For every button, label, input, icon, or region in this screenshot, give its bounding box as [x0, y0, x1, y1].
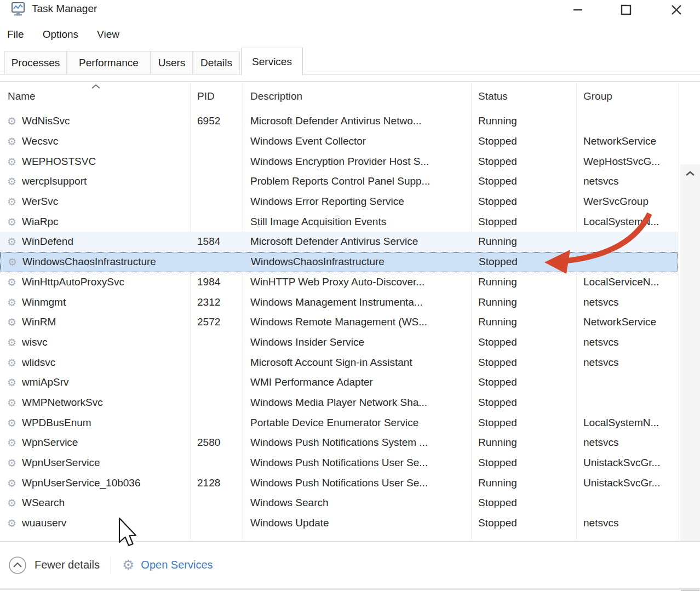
- service-name: wercplsupport: [22, 175, 186, 187]
- table-row[interactable]: ⚙WdNisSvc6952Microsoft Defender Antiviru…: [0, 111, 678, 131]
- fewer-details-button[interactable]: Fewer details: [8, 556, 100, 575]
- footer-divider: [111, 556, 111, 574]
- service-group: netsvcs: [583, 175, 678, 187]
- service-status: Stopped: [478, 216, 572, 228]
- service-gear-icon: ⚙: [7, 357, 16, 369]
- service-pid: 2572: [197, 316, 240, 328]
- service-gear-icon: ⚙: [7, 196, 16, 208]
- table-row[interactable]: ⚙WSearchWindows SearchStopped: [0, 493, 678, 513]
- service-description: Windows Remote Management (WS...: [250, 316, 467, 328]
- service-description: Windows Update: [250, 517, 467, 529]
- column-header-status[interactable]: Status: [478, 90, 508, 102]
- table-row[interactable]: ⚙WiaRpcStill Image Acquisition EventsSto…: [0, 211, 678, 232]
- table-row[interactable]: ⚙WEPHOSTSVCWindows Encryption Provider H…: [0, 151, 678, 171]
- menu-item-file[interactable]: File: [7, 26, 24, 43]
- menu-item-options[interactable]: Options: [43, 26, 78, 43]
- table-row[interactable]: ⚙WpnUserService_10b0362128Windows Push N…: [0, 473, 678, 493]
- table-row[interactable]: ⚙WecsvcWindows Event CollectorStoppedNet…: [0, 131, 678, 152]
- fewer-details-label: Fewer details: [35, 559, 100, 571]
- service-description: Windows Media Player Network Sha...: [250, 397, 467, 409]
- table-row[interactable]: ⚙wercplsupportProblem Reports Control Pa…: [0, 171, 678, 192]
- table-row[interactable]: ⚙WpnService2580Windows Push Notification…: [0, 433, 678, 453]
- maximize-button[interactable]: [607, 0, 645, 20]
- table-row[interactable]: ⚙WMPNetworkSvcWindows Media Player Netwo…: [0, 393, 678, 413]
- service-description: Windows Push Notifications System ...: [250, 437, 467, 449]
- service-status: Running: [478, 437, 572, 449]
- service-name: WEPHOSTSVC: [22, 156, 186, 168]
- service-name: WindowsChaosInfrastructure: [22, 256, 187, 268]
- scroll-up-button[interactable]: [680, 164, 700, 183]
- service-gear-icon: ⚙: [7, 477, 16, 489]
- service-name: wisvc: [22, 336, 186, 348]
- table-row[interactable]: ⚙Winmgmt2312Windows Management Instrumen…: [0, 292, 678, 312]
- minimize-button[interactable]: [559, 0, 597, 20]
- service-group: netsvcs: [583, 517, 678, 529]
- table-row[interactable]: ⚙WinRM2572Windows Remote Management (WS.…: [0, 312, 678, 332]
- service-description: Windows Encryption Provider Host S...: [250, 156, 467, 168]
- tab-users[interactable]: Users: [151, 51, 193, 74]
- service-gear-icon: ⚙: [7, 417, 16, 429]
- service-gear-icon: ⚙: [7, 397, 16, 409]
- service-gear-icon: ⚙: [7, 457, 16, 469]
- table-row[interactable]: ⚙WPDBusEnumPortable Device Enumerator Se…: [0, 412, 678, 433]
- service-name: WinDefend: [22, 236, 186, 248]
- service-group: UnistackSvcGr...: [583, 477, 678, 489]
- service-pid: 2580: [197, 437, 240, 449]
- table-row[interactable]: ⚙wisvcWindows Insider ServiceStoppednets…: [0, 332, 678, 353]
- service-description: Problem Reports Control Panel Supp...: [250, 175, 467, 187]
- service-group: netsvcs: [583, 357, 678, 369]
- column-header-description[interactable]: Description: [250, 90, 302, 102]
- service-status: Stopped: [478, 156, 572, 168]
- service-status: Stopped: [479, 256, 573, 268]
- table-row[interactable]: ⚙wuauservWindows UpdateStoppednetsvcs: [0, 513, 678, 533]
- task-manager-app-icon: [11, 2, 25, 17]
- service-gear-icon: ⚙: [7, 156, 16, 168]
- service-group: LocalSystemN...: [583, 417, 678, 429]
- open-services-link[interactable]: ⚙ Open Services: [122, 557, 213, 573]
- service-description: Windows Management Instrumenta...: [250, 296, 467, 308]
- tab-details[interactable]: Details: [193, 51, 240, 74]
- column-header-group[interactable]: Group: [583, 90, 612, 102]
- column-header-name[interactable]: Name: [8, 90, 36, 102]
- service-status: Stopped: [478, 376, 572, 388]
- close-button[interactable]: [657, 0, 696, 20]
- service-name: WdNisSvc: [22, 115, 186, 127]
- service-gear-icon: ⚙: [7, 236, 16, 248]
- table-row[interactable]: ⚙WpnUserServiceWindows Push Notification…: [0, 453, 678, 473]
- table-row[interactable]: ⚙WindowsChaosInfrastructureWindowsChaosI…: [0, 252, 678, 272]
- service-group: netsvcs: [583, 296, 678, 308]
- table-row[interactable]: ⚙wmiApSrvWMI Performance AdapterStopped: [0, 372, 678, 393]
- tab-services[interactable]: Services: [241, 48, 303, 75]
- column-header-pid[interactable]: PID: [197, 90, 215, 102]
- service-group: LocalSystemN...: [583, 216, 678, 228]
- vertical-scrollbar[interactable]: [680, 164, 700, 591]
- table-row[interactable]: ⚙wlidsvcMicrosoft Account Sign-in Assist…: [0, 352, 678, 372]
- service-pid: 2312: [197, 296, 240, 308]
- service-name: WinRM: [22, 316, 186, 328]
- service-description: Portable Device Enumerator Service: [250, 417, 467, 429]
- tab-processes[interactable]: Processes: [4, 51, 67, 74]
- tabstrip-baseline: [0, 74, 700, 74]
- service-gear-icon: ⚙: [7, 376, 16, 388]
- service-status: Stopped: [478, 517, 572, 529]
- service-status: Running: [478, 236, 572, 248]
- service-description: Windows Event Collector: [250, 135, 467, 147]
- service-status: Stopped: [478, 336, 572, 348]
- service-gear-icon: ⚙: [7, 437, 16, 449]
- table-row[interactable]: ⚙WinHttpAutoProxySvc1984WinHTTP Web Prox…: [0, 272, 678, 292]
- service-description: WMI Performance Adapter: [250, 376, 467, 388]
- table-header: Name PID Description Status Group: [0, 83, 700, 111]
- service-name: Wecsvc: [22, 135, 186, 147]
- service-gear-icon: ⚙: [7, 336, 16, 348]
- task-manager-window: Task Manager FileOptionsView ProcessesPe…: [0, 0, 700, 591]
- service-status: Stopped: [478, 175, 572, 187]
- open-services-label: Open Services: [141, 559, 213, 571]
- tab-performance[interactable]: Performance: [67, 51, 151, 74]
- service-description: Still Image Acquisition Events: [250, 216, 467, 228]
- service-gear-icon: ⚙: [7, 296, 16, 308]
- menu-item-view[interactable]: View: [97, 26, 119, 43]
- service-description: Windows Push Notifications User Se...: [250, 477, 467, 489]
- service-status: Stopped: [478, 497, 572, 509]
- table-row[interactable]: ⚙WinDefend1584Microsoft Defender Antivir…: [0, 232, 678, 252]
- table-row[interactable]: ⚙WerSvcWindows Error Reporting ServiceSt…: [0, 192, 678, 212]
